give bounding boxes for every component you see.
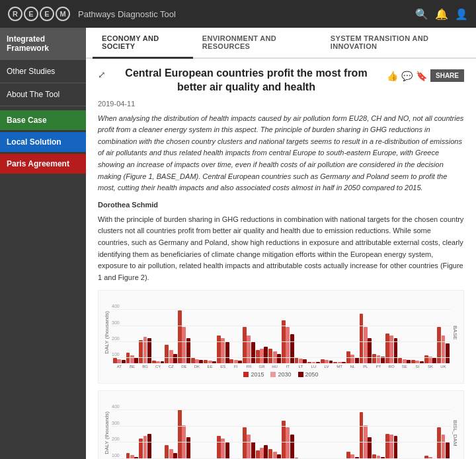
tab-bar: ECONOMY AND SOCIETY ENVIRONMENT AND RESO… bbox=[86, 28, 476, 59]
sidebar-scenario-base-case[interactable]: Base Case bbox=[0, 110, 86, 130]
sidebar-scenario-local-solution[interactable]: Local Solution bbox=[0, 132, 86, 152]
chart2-right-label: BISL_DAM bbox=[452, 420, 458, 446]
article-author: Dorothea Schmid bbox=[98, 201, 464, 209]
sidebar-item-other-studies[interactable]: Other Studies bbox=[0, 60, 86, 83]
sidebar-scenario-paris-agreement[interactable]: Paris Agreement bbox=[0, 154, 86, 174]
article-area: ⤢ Central European countries profit the … bbox=[86, 59, 476, 459]
search-icon[interactable]: 🔍 bbox=[415, 8, 428, 20]
layout: Integrated Framework Other Studies About… bbox=[0, 28, 476, 459]
chart1-legend: 2015 2030 2050 bbox=[104, 371, 458, 378]
tab-economy-society[interactable]: ECONOMY AND SOCIETY bbox=[93, 28, 193, 59]
bookmark-button[interactable]: 🔖 bbox=[416, 71, 427, 81]
logo-m: M bbox=[56, 7, 70, 21]
article-body: With the principle of burden sharing in … bbox=[98, 214, 464, 284]
main-content: ECONOMY AND SOCIETY ENVIRONMENT AND RESO… bbox=[86, 28, 476, 459]
bell-icon[interactable]: 🔔 bbox=[435, 8, 448, 20]
chart1-y-label: DALY (thousands) bbox=[104, 311, 110, 354]
chart2-container: DALY (thousands) 400 300 200 100 bbox=[98, 390, 464, 459]
comment-button[interactable]: 💬 bbox=[401, 71, 413, 81]
article-actions: 👍 💬 🔖 SHARE bbox=[387, 69, 464, 82]
app-title: Pathways Diagnostic Tool bbox=[78, 9, 415, 19]
chart1-right-label: BASE bbox=[452, 326, 458, 339]
chart2-y-label: DALY (thousands) bbox=[104, 411, 110, 454]
share-button[interactable]: SHARE bbox=[430, 69, 464, 82]
chart1-x-labels: AT BE BG CY CZ DE DK EE ES FI FR GR bbox=[112, 365, 451, 369]
sidebar: Integrated Framework Other Studies About… bbox=[0, 28, 86, 459]
tab-system-transition[interactable]: SYSTEM TRANSITION AND INNOVATION bbox=[321, 28, 469, 59]
logo-e2: E bbox=[40, 7, 54, 21]
logo: R E E M bbox=[8, 7, 70, 21]
article-header: ⤢ Central European countries profit the … bbox=[98, 67, 464, 94]
logo-r: R bbox=[8, 7, 22, 21]
user-icon[interactable]: 👤 bbox=[455, 8, 468, 20]
sidebar-item-about-the-tool[interactable]: About The Tool bbox=[0, 83, 86, 106]
header-icons: 🔍 🔔 👤 bbox=[415, 8, 468, 20]
article-title: Central European countries profit the mo… bbox=[112, 67, 380, 94]
like-button[interactable]: 👍 bbox=[387, 71, 398, 81]
chart1-container: DALY (thousands) 400 300 200 100 bbox=[98, 290, 464, 384]
header: R E E M Pathways Diagnostic Tool 🔍 🔔 👤 bbox=[0, 0, 476, 28]
article-date: 2019-04-11 bbox=[98, 100, 464, 108]
expand-icon[interactable]: ⤢ bbox=[98, 69, 106, 80]
article-intro: When analysing the distribution of healt… bbox=[98, 113, 464, 194]
logo-e1: E bbox=[24, 7, 38, 21]
sidebar-item-integrated-framework[interactable]: Integrated Framework bbox=[0, 28, 86, 60]
tab-environment-resources[interactable]: ENVIRONMENT AND RESOURCES bbox=[193, 28, 321, 59]
